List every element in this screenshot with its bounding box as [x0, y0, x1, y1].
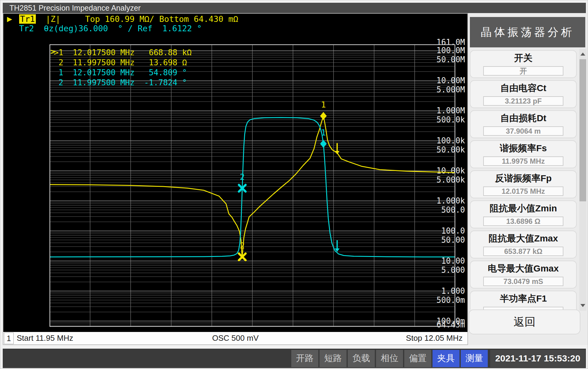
trace2-text: θz(deg)36.000 ° / Ref 1.6122 °	[34, 24, 202, 33]
panel-value	[483, 307, 563, 309]
scroll-down-button[interactable]	[580, 302, 586, 309]
panel-value: 653.877 kΩ	[483, 247, 563, 256]
app-window: TH2851 Precision Impedance Analyzer ▶ Tr…	[0, 0, 588, 369]
toolbar-button-bias[interactable]: 偏置	[404, 350, 431, 367]
datetime-display: 2021-11-17 15:53:20	[490, 350, 585, 367]
toolbar-button-phase[interactable]: 相位	[376, 350, 403, 367]
toolbar: 开路 短路 负载 相位 偏置 夹具 测量 2021-11-17 15:53:20	[3, 349, 586, 368]
svg-text:1: 1	[321, 100, 326, 109]
trace1-info[interactable]: Tr1 |Z| Top 160.99 MΩ/ Bottom 64.430 mΩ	[19, 15, 238, 24]
panel-value: 73.0479 mS	[483, 277, 563, 286]
panel-value: 12.0175 MHz	[483, 186, 563, 196]
panel-value: 13.6896 Ω	[483, 217, 563, 226]
active-trace-arrow-icon: ▶	[7, 15, 12, 23]
panel-ct[interactable]: 自由电容Ct 3.21123 pF	[470, 80, 577, 108]
panel-label: 半功率点F1	[470, 292, 576, 305]
panel-zmin[interactable]: 阻抗最小值Zmin 13.6896 Ω	[470, 200, 577, 228]
window-title: TH2851 Precision Impedance Analyzer	[9, 4, 141, 12]
sidebar-title: 晶体振荡器分析	[470, 17, 585, 47]
chevron-up-icon	[580, 53, 585, 56]
panel-f1[interactable]: 半功率点F1	[470, 291, 577, 309]
return-button[interactable]: 返回	[469, 309, 580, 334]
marker-readout-row: >1 12.017500 MHz 668.88 kΩ	[54, 48, 192, 58]
main-display: ▶ Tr1 |Z| Top 160.99 MΩ/ Bottom 64.430 m…	[3, 13, 468, 345]
panel-label: 自由电容Ct	[470, 82, 576, 94]
channel-indicator: 1	[4, 333, 14, 344]
svg-text:1: 1	[321, 128, 326, 137]
svg-text:2: 2	[240, 172, 245, 182]
toolbar-button-short[interactable]: 短路	[320, 350, 347, 367]
panel-value: 3.21123 pF	[483, 96, 563, 106]
chevron-down-icon	[580, 304, 585, 307]
scroll-up-button[interactable]	[580, 50, 586, 58]
panel-value: 37.9064 m	[483, 126, 563, 136]
panel-label: 谐振频率Fs	[470, 142, 576, 155]
panel-label: 自由损耗Dt	[470, 112, 576, 125]
panel-label: 电导最大值Gmax	[470, 262, 576, 275]
panel-label: 反谐振频率Fp	[470, 172, 576, 185]
osc-level[interactable]: OSC 500 mV	[212, 333, 258, 343]
panel-zmax[interactable]: 阻抗最大值Zmax 653.877 kΩ	[470, 231, 577, 258]
panel-value: 11.9975 MHz	[483, 156, 563, 166]
toolbar-button-load[interactable]: 负载	[348, 350, 375, 367]
trace2-info[interactable]: Tr2 θz(deg)36.000 ° / Ref 1.6122 °	[19, 24, 202, 33]
stop-frequency[interactable]: Stop 12.05 MHz	[406, 333, 463, 343]
title-bar: TH2851 Precision Impedance Analyzer	[3, 3, 586, 13]
marker-readout-row: 2 11.997500 MHz -1.7824 °	[54, 78, 192, 88]
trace1-label[interactable]: Tr1	[19, 14, 36, 24]
marker-readout-row: 2 11.997500 MHz 13.698 Ω	[54, 58, 192, 68]
panel-switch[interactable]: 开关 开	[470, 50, 577, 78]
panel-label: 开关	[470, 52, 576, 64]
panel-label: 阻抗最大值Zmax	[470, 232, 576, 245]
panel-fs[interactable]: 谐振频率Fs 11.9975 MHz	[470, 140, 577, 168]
panel-fp[interactable]: 反谐振频率Fp 12.0175 MHz	[470, 170, 577, 198]
trace2-label[interactable]: Tr2	[19, 24, 34, 33]
marker-readout-row: 1 12.017500 MHz 54.809 °	[54, 68, 192, 78]
return-button-label: 返回	[514, 315, 535, 330]
marker-readout: >1 12.017500 MHz 668.88 kΩ 2 11.997500 M…	[54, 48, 192, 88]
toolbar-button-fixture[interactable]: 夹具	[432, 350, 460, 367]
trace1-text: |Z| Top 160.99 MΩ/ Bottom 64.430 mΩ	[36, 14, 238, 24]
panel-gmax[interactable]: 电导最大值Gmax 73.0479 mS	[470, 261, 577, 289]
panel-dt[interactable]: 自由损耗Dt 37.9064 m	[470, 110, 577, 138]
function-panels: 开关 开 自由电容Ct 3.21123 pF 自由损耗Dt 37.9064 m …	[470, 50, 578, 309]
toolbar-button-open[interactable]: 开路	[291, 350, 318, 367]
toolbar-button-measure[interactable]: 测量	[461, 350, 488, 367]
panel-value: 开	[483, 66, 563, 76]
status-bar: 1 Start 11.95 MHz OSC 500 mV Stop 12.05 …	[3, 332, 467, 344]
scroll-thumb[interactable]	[579, 59, 586, 201]
start-frequency[interactable]: Start 11.95 MHz	[17, 333, 73, 343]
sidebar: 晶体振荡器分析 开关 开 自由电容Ct 3.21123 pF 自由损耗Dt 37…	[468, 13, 588, 345]
panel-label: 阻抗最小值Zmin	[470, 202, 576, 215]
svg-text:2: 2	[240, 241, 245, 250]
